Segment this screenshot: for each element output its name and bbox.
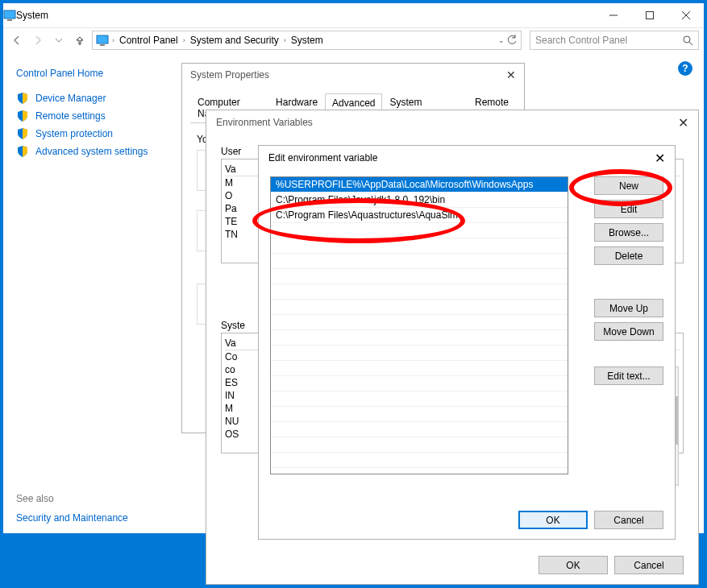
edit-env-dialog: Edit environment variable ✕ %USERPROFILE… <box>258 145 676 540</box>
svg-point-8 <box>684 36 690 43</box>
browse-button[interactable]: Browse... <box>594 223 663 242</box>
path-entry-empty[interactable] <box>271 315 568 330</box>
path-entry[interactable]: C:\Program Files\Aquastructures\AquaSim <box>271 208 568 223</box>
ok-button[interactable]: OK <box>518 511 588 529</box>
chevron-right-icon[interactable]: › <box>181 36 187 44</box>
control-panel-home[interactable]: Control Panel Home <box>16 68 160 79</box>
ev-bottom-buttons: OK Cancel <box>539 556 684 574</box>
shield-icon <box>16 92 29 105</box>
forward-button[interactable] <box>29 31 47 49</box>
link-device-manager[interactable]: Device Manager <box>16 92 160 105</box>
delete-button[interactable]: Delete <box>594 246 663 265</box>
path-entry-empty[interactable] <box>271 422 568 437</box>
window-title: System <box>16 10 595 21</box>
move-up-button[interactable]: Move Up <box>594 299 663 317</box>
close-icon[interactable]: ✕ <box>506 68 516 81</box>
close-icon[interactable]: ✕ <box>678 115 688 130</box>
recent-button[interactable] <box>50 31 68 49</box>
path-entry-empty[interactable] <box>271 346 568 361</box>
link-system-protection[interactable]: System protection <box>16 127 160 140</box>
path-entry-empty[interactable] <box>271 269 568 284</box>
ee-titlebar: Edit environment variable ✕ <box>259 146 675 170</box>
svg-rect-7 <box>100 44 105 46</box>
svg-rect-6 <box>97 35 108 43</box>
ee-bottom-buttons: OK Cancel <box>518 511 663 529</box>
link-remote-settings[interactable]: Remote settings <box>16 110 160 122</box>
path-entry-empty[interactable] <box>271 437 568 453</box>
path-entry-empty[interactable] <box>271 254 568 269</box>
path-entry[interactable]: C:\Program Files\Java\jdk1.8.0_192\bin <box>271 193 568 208</box>
search-placeholder: Search Control Panel <box>535 35 627 46</box>
link-advanced-settings[interactable]: Advanced system settings <box>16 145 160 158</box>
shield-icon <box>16 127 29 140</box>
crumb-control-panel[interactable]: Control Panel <box>116 35 181 46</box>
minimize-button[interactable] <box>595 3 631 27</box>
left-panel: Control Panel Home Device Manager Remote… <box>3 53 173 177</box>
search-icon[interactable] <box>682 35 693 46</box>
edit-button[interactable]: Edit <box>594 200 663 218</box>
nav-bar: › Control Panel › System and Security › … <box>3 27 704 52</box>
chevron-right-icon[interactable]: › <box>282 36 288 44</box>
chevron-down-icon[interactable]: ⌄ <box>498 36 505 44</box>
ee-button-column: New Edit Browse... Delete Move Up Move D… <box>594 176 663 385</box>
maximize-button[interactable] <box>631 3 667 27</box>
path-entry-empty[interactable] <box>271 453 568 468</box>
ev-titlebar: Environment Variables ✕ <box>206 110 698 135</box>
path-entry-empty[interactable] <box>271 376 568 391</box>
edit-text-button[interactable]: Edit text... <box>594 366 663 385</box>
close-button[interactable] <box>667 3 704 27</box>
chevron-right-icon[interactable]: › <box>110 36 116 44</box>
system-icon <box>3 9 16 22</box>
path-entry-empty[interactable] <box>271 238 568 254</box>
link-label: Remote settings <box>35 110 106 122</box>
titlebar: System <box>3 3 704 27</box>
refresh-icon[interactable] <box>506 35 518 46</box>
path-entry-empty[interactable] <box>271 361 568 376</box>
ee-title-text: Edit environment variable <box>268 152 377 164</box>
search-input[interactable]: Search Control Panel <box>530 31 699 50</box>
addr-icon <box>96 34 109 47</box>
path-entry-empty[interactable] <box>271 391 568 407</box>
new-button[interactable]: New <box>594 176 663 195</box>
up-button[interactable] <box>71 31 89 49</box>
ev-title-text: Environment Variables <box>216 117 313 128</box>
cancel-button[interactable]: Cancel <box>614 556 684 574</box>
path-listbox[interactable]: %USERPROFILE%\AppData\Local\Microsoft\Wi… <box>270 176 568 474</box>
sp-titlebar: System Properties ✕ <box>182 64 524 86</box>
crumb-system-security[interactable]: System and Security <box>187 35 282 46</box>
see-also-label: See also <box>16 493 54 504</box>
path-entry-empty[interactable] <box>271 300 568 315</box>
svg-line-9 <box>689 42 692 45</box>
link-label: System protection <box>35 128 113 139</box>
crumb-system[interactable]: System <box>288 35 326 46</box>
shield-icon <box>16 110 29 122</box>
help-icon[interactable]: ? <box>678 61 692 76</box>
path-entry-selected[interactable]: %USERPROFILE%\AppData\Local\Microsoft\Wi… <box>271 177 568 193</box>
ee-body: %USERPROFILE%\AppData\Local\Microsoft\Wi… <box>259 170 675 507</box>
path-entry-empty[interactable] <box>271 223 568 238</box>
path-entry-empty[interactable] <box>271 407 568 422</box>
back-button[interactable] <box>8 31 26 49</box>
move-down-button[interactable]: Move Down <box>594 322 663 341</box>
ok-button[interactable]: OK <box>539 556 608 574</box>
svg-rect-3 <box>646 12 653 19</box>
svg-rect-1 <box>7 19 12 21</box>
close-icon[interactable]: ✕ <box>655 151 665 166</box>
cancel-button[interactable]: Cancel <box>594 511 663 529</box>
address-bar[interactable]: › Control Panel › System and Security › … <box>92 31 522 50</box>
link-label: Advanced system settings <box>35 146 148 157</box>
sp-title-text: System Properties <box>190 69 269 81</box>
security-maintenance-link[interactable]: Security and Maintenance <box>16 512 128 524</box>
path-entry-empty[interactable] <box>271 284 568 300</box>
path-entry-empty[interactable] <box>271 330 568 346</box>
svg-rect-0 <box>4 10 15 19</box>
link-label: Device Manager <box>35 93 106 104</box>
shield-icon <box>16 145 29 158</box>
